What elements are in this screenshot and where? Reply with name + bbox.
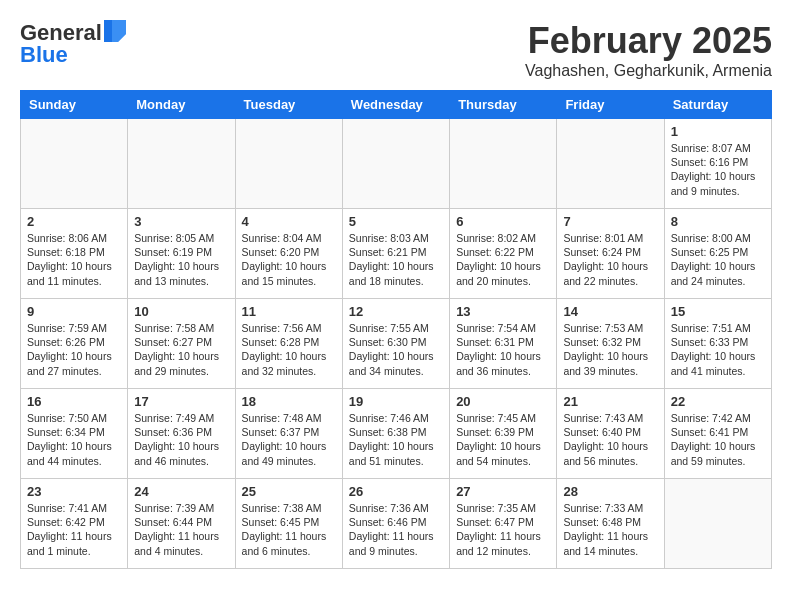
calendar-day-cell: 23Sunrise: 7:41 AM Sunset: 6:42 PM Dayli… (21, 479, 128, 569)
day-info: Sunrise: 7:35 AM Sunset: 6:47 PM Dayligh… (456, 501, 550, 558)
day-info: Sunrise: 7:56 AM Sunset: 6:28 PM Dayligh… (242, 321, 336, 378)
day-info: Sunrise: 7:33 AM Sunset: 6:48 PM Dayligh… (563, 501, 657, 558)
day-info: Sunrise: 7:51 AM Sunset: 6:33 PM Dayligh… (671, 321, 765, 378)
calendar-table: SundayMondayTuesdayWednesdayThursdayFrid… (20, 90, 772, 569)
day-info: Sunrise: 8:07 AM Sunset: 6:16 PM Dayligh… (671, 141, 765, 198)
day-number: 18 (242, 394, 336, 409)
day-info: Sunrise: 7:55 AM Sunset: 6:30 PM Dayligh… (349, 321, 443, 378)
day-info: Sunrise: 7:39 AM Sunset: 6:44 PM Dayligh… (134, 501, 228, 558)
day-number: 17 (134, 394, 228, 409)
calendar-day-cell: 19Sunrise: 7:46 AM Sunset: 6:38 PM Dayli… (342, 389, 449, 479)
day-number: 19 (349, 394, 443, 409)
calendar-day-cell: 21Sunrise: 7:43 AM Sunset: 6:40 PM Dayli… (557, 389, 664, 479)
day-number: 28 (563, 484, 657, 499)
calendar-day-cell: 9Sunrise: 7:59 AM Sunset: 6:26 PM Daylig… (21, 299, 128, 389)
day-number: 20 (456, 394, 550, 409)
calendar-day-cell: 3Sunrise: 8:05 AM Sunset: 6:19 PM Daylig… (128, 209, 235, 299)
day-number: 15 (671, 304, 765, 319)
logo-blue-text: Blue (20, 42, 68, 68)
day-number: 25 (242, 484, 336, 499)
weekday-header: Sunday (21, 91, 128, 119)
calendar-day-cell: 5Sunrise: 8:03 AM Sunset: 6:21 PM Daylig… (342, 209, 449, 299)
day-number: 4 (242, 214, 336, 229)
calendar-day-cell (342, 119, 449, 209)
day-number: 8 (671, 214, 765, 229)
calendar-day-cell: 4Sunrise: 8:04 AM Sunset: 6:20 PM Daylig… (235, 209, 342, 299)
day-info: Sunrise: 8:05 AM Sunset: 6:19 PM Dayligh… (134, 231, 228, 288)
calendar-day-cell: 28Sunrise: 7:33 AM Sunset: 6:48 PM Dayli… (557, 479, 664, 569)
day-number: 22 (671, 394, 765, 409)
day-number: 23 (27, 484, 121, 499)
day-info: Sunrise: 8:01 AM Sunset: 6:24 PM Dayligh… (563, 231, 657, 288)
day-info: Sunrise: 7:46 AM Sunset: 6:38 PM Dayligh… (349, 411, 443, 468)
calendar-day-cell (664, 479, 771, 569)
weekday-header: Saturday (664, 91, 771, 119)
calendar-day-cell: 13Sunrise: 7:54 AM Sunset: 6:31 PM Dayli… (450, 299, 557, 389)
calendar-day-cell: 2Sunrise: 8:06 AM Sunset: 6:18 PM Daylig… (21, 209, 128, 299)
calendar-day-cell (21, 119, 128, 209)
calendar-week-row: 23Sunrise: 7:41 AM Sunset: 6:42 PM Dayli… (21, 479, 772, 569)
day-number: 2 (27, 214, 121, 229)
day-info: Sunrise: 7:48 AM Sunset: 6:37 PM Dayligh… (242, 411, 336, 468)
calendar-day-cell: 10Sunrise: 7:58 AM Sunset: 6:27 PM Dayli… (128, 299, 235, 389)
calendar-day-cell: 15Sunrise: 7:51 AM Sunset: 6:33 PM Dayli… (664, 299, 771, 389)
calendar-day-cell: 16Sunrise: 7:50 AM Sunset: 6:34 PM Dayli… (21, 389, 128, 479)
calendar-day-cell: 27Sunrise: 7:35 AM Sunset: 6:47 PM Dayli… (450, 479, 557, 569)
calendar-day-cell: 14Sunrise: 7:53 AM Sunset: 6:32 PM Dayli… (557, 299, 664, 389)
calendar-day-cell (128, 119, 235, 209)
day-info: Sunrise: 7:38 AM Sunset: 6:45 PM Dayligh… (242, 501, 336, 558)
day-info: Sunrise: 7:45 AM Sunset: 6:39 PM Dayligh… (456, 411, 550, 468)
day-number: 16 (27, 394, 121, 409)
calendar-day-cell (235, 119, 342, 209)
day-info: Sunrise: 7:41 AM Sunset: 6:42 PM Dayligh… (27, 501, 121, 558)
day-info: Sunrise: 8:06 AM Sunset: 6:18 PM Dayligh… (27, 231, 121, 288)
day-info: Sunrise: 7:36 AM Sunset: 6:46 PM Dayligh… (349, 501, 443, 558)
day-number: 12 (349, 304, 443, 319)
month-title: February 2025 (525, 20, 772, 62)
calendar-week-row: 1Sunrise: 8:07 AM Sunset: 6:16 PM Daylig… (21, 119, 772, 209)
weekday-header-row: SundayMondayTuesdayWednesdayThursdayFrid… (21, 91, 772, 119)
day-number: 7 (563, 214, 657, 229)
day-info: Sunrise: 7:50 AM Sunset: 6:34 PM Dayligh… (27, 411, 121, 468)
weekday-header: Thursday (450, 91, 557, 119)
logo: General Blue (20, 20, 126, 68)
day-number: 27 (456, 484, 550, 499)
day-info: Sunrise: 7:59 AM Sunset: 6:26 PM Dayligh… (27, 321, 121, 378)
calendar-day-cell: 1Sunrise: 8:07 AM Sunset: 6:16 PM Daylig… (664, 119, 771, 209)
day-info: Sunrise: 8:00 AM Sunset: 6:25 PM Dayligh… (671, 231, 765, 288)
calendar-day-cell: 17Sunrise: 7:49 AM Sunset: 6:36 PM Dayli… (128, 389, 235, 479)
day-number: 10 (134, 304, 228, 319)
calendar-day-cell (450, 119, 557, 209)
calendar-day-cell: 12Sunrise: 7:55 AM Sunset: 6:30 PM Dayli… (342, 299, 449, 389)
day-number: 14 (563, 304, 657, 319)
calendar-day-cell: 26Sunrise: 7:36 AM Sunset: 6:46 PM Dayli… (342, 479, 449, 569)
day-info: Sunrise: 8:02 AM Sunset: 6:22 PM Dayligh… (456, 231, 550, 288)
day-info: Sunrise: 7:54 AM Sunset: 6:31 PM Dayligh… (456, 321, 550, 378)
day-info: Sunrise: 8:04 AM Sunset: 6:20 PM Dayligh… (242, 231, 336, 288)
day-number: 6 (456, 214, 550, 229)
day-info: Sunrise: 7:43 AM Sunset: 6:40 PM Dayligh… (563, 411, 657, 468)
calendar-day-cell: 18Sunrise: 7:48 AM Sunset: 6:37 PM Dayli… (235, 389, 342, 479)
day-number: 21 (563, 394, 657, 409)
day-number: 11 (242, 304, 336, 319)
title-block: February 2025 Vaghashen, Gegharkunik, Ar… (525, 20, 772, 80)
day-number: 5 (349, 214, 443, 229)
day-number: 9 (27, 304, 121, 319)
calendar-day-cell: 6Sunrise: 8:02 AM Sunset: 6:22 PM Daylig… (450, 209, 557, 299)
calendar-day-cell: 22Sunrise: 7:42 AM Sunset: 6:41 PM Dayli… (664, 389, 771, 479)
calendar-week-row: 9Sunrise: 7:59 AM Sunset: 6:26 PM Daylig… (21, 299, 772, 389)
calendar-day-cell: 7Sunrise: 8:01 AM Sunset: 6:24 PM Daylig… (557, 209, 664, 299)
day-number: 24 (134, 484, 228, 499)
weekday-header: Monday (128, 91, 235, 119)
day-info: Sunrise: 7:58 AM Sunset: 6:27 PM Dayligh… (134, 321, 228, 378)
svg-marker-1 (112, 20, 126, 42)
day-number: 26 (349, 484, 443, 499)
day-info: Sunrise: 8:03 AM Sunset: 6:21 PM Dayligh… (349, 231, 443, 288)
day-info: Sunrise: 7:53 AM Sunset: 6:32 PM Dayligh… (563, 321, 657, 378)
weekday-header: Friday (557, 91, 664, 119)
calendar-day-cell: 20Sunrise: 7:45 AM Sunset: 6:39 PM Dayli… (450, 389, 557, 479)
calendar-day-cell: 11Sunrise: 7:56 AM Sunset: 6:28 PM Dayli… (235, 299, 342, 389)
logo-icon (104, 20, 126, 42)
location-title: Vaghashen, Gegharkunik, Armenia (525, 62, 772, 80)
calendar-day-cell: 25Sunrise: 7:38 AM Sunset: 6:45 PM Dayli… (235, 479, 342, 569)
